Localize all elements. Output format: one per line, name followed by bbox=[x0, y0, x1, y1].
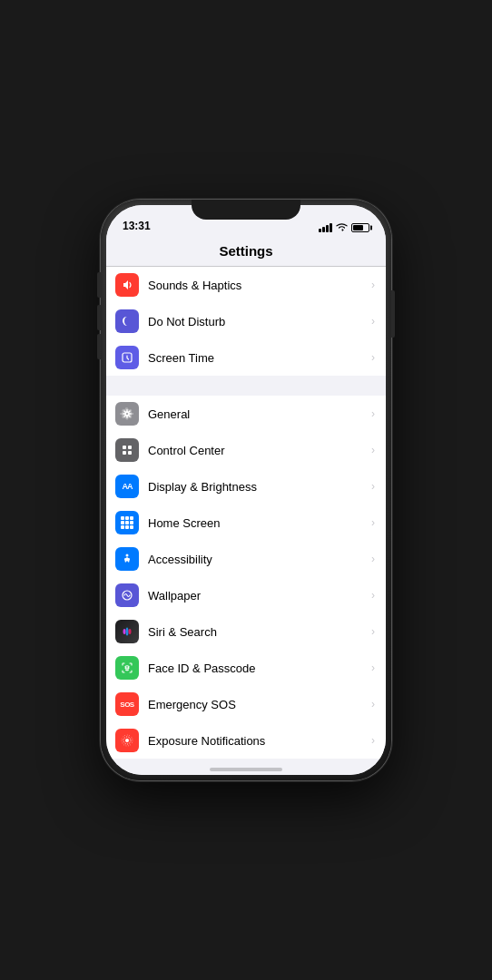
siri-icon bbox=[115, 620, 139, 643]
homescreen-label: Home Screen bbox=[148, 516, 368, 530]
settings-item-wallpaper[interactable]: Wallpaper › bbox=[106, 577, 386, 613]
settings-list-main: General › Control bbox=[106, 396, 386, 759]
accessibility-chevron: › bbox=[371, 553, 375, 565]
settings-scroll-area[interactable]: Sounds & Haptics › Do Not Disturb › bbox=[106, 267, 386, 759]
battery-status-icon bbox=[351, 223, 369, 232]
svg-rect-11 bbox=[128, 446, 132, 449]
wallpaper-icon bbox=[115, 583, 139, 607]
exposure-label: Exposure Notifications bbox=[148, 734, 368, 748]
signal-icon bbox=[319, 223, 332, 232]
screentime-label: Screen Time bbox=[148, 351, 368, 365]
settings-group-main: General › Control bbox=[106, 396, 386, 759]
accessibility-icon bbox=[115, 547, 139, 571]
svg-point-19 bbox=[129, 629, 132, 634]
settings-item-control[interactable]: Control Center › bbox=[106, 432, 386, 468]
wifi-icon bbox=[336, 223, 348, 232]
screentime-icon bbox=[115, 346, 139, 369]
homescreen-grid-icon bbox=[121, 516, 133, 529]
navigation-bar: Settings bbox=[106, 236, 386, 267]
sos-icon-text: SOS bbox=[120, 701, 133, 709]
homescreen-chevron: › bbox=[371, 516, 375, 529]
settings-item-faceid[interactable]: Face ID & Passcode › bbox=[106, 650, 386, 686]
dnd-chevron: › bbox=[371, 315, 375, 328]
general-chevron: › bbox=[371, 407, 375, 420]
status-time: 13:31 bbox=[123, 220, 151, 232]
settings-item-general[interactable]: General › bbox=[106, 396, 386, 432]
dnd-icon bbox=[115, 309, 139, 333]
settings-item-siri[interactable]: Siri & Search › bbox=[106, 613, 386, 650]
siri-chevron: › bbox=[371, 625, 375, 638]
settings-item-dnd[interactable]: Do Not Disturb › bbox=[106, 303, 386, 339]
home-bar bbox=[210, 768, 282, 771]
svg-rect-12 bbox=[123, 451, 126, 455]
settings-item-homescreen[interactable]: Home Screen › bbox=[106, 505, 386, 541]
svg-rect-13 bbox=[128, 451, 132, 455]
status-icons bbox=[319, 223, 369, 232]
svg-point-21 bbox=[128, 668, 129, 669]
settings-item-sos[interactable]: SOS Emergency SOS › bbox=[106, 686, 386, 722]
sos-icon: SOS bbox=[115, 692, 139, 716]
settings-item-accessibility[interactable]: Accessibility › bbox=[106, 541, 386, 577]
faceid-icon bbox=[115, 656, 139, 680]
display-icon: AA bbox=[115, 475, 139, 498]
svg-point-20 bbox=[125, 668, 126, 669]
dnd-label: Do Not Disturb bbox=[148, 315, 368, 328]
notch bbox=[192, 200, 300, 220]
sounds-label: Sounds & Haptics bbox=[148, 279, 368, 292]
faceid-chevron: › bbox=[371, 662, 375, 674]
wallpaper-chevron: › bbox=[371, 589, 375, 602]
screentime-chevron: › bbox=[371, 351, 375, 364]
faceid-label: Face ID & Passcode bbox=[148, 662, 368, 675]
sounds-chevron: › bbox=[371, 279, 375, 291]
settings-item-sounds[interactable]: Sounds & Haptics › bbox=[106, 267, 386, 303]
settings-list-top: Sounds & Haptics › Do Not Disturb › bbox=[106, 267, 386, 376]
home-indicator[interactable] bbox=[106, 759, 386, 775]
svg-rect-10 bbox=[123, 446, 126, 449]
general-label: General bbox=[148, 407, 368, 421]
display-icon-text: AA bbox=[123, 482, 133, 491]
phone-screen: 13:31 Settings bbox=[106, 205, 386, 775]
exposure-icon bbox=[115, 729, 139, 752]
sounds-icon bbox=[115, 273, 139, 297]
group-spacer-1 bbox=[106, 376, 386, 396]
page-title: Settings bbox=[219, 243, 272, 259]
settings-item-exposure[interactable]: Exposure Notifications › bbox=[106, 722, 386, 759]
settings-item-screentime[interactable]: Screen Time › bbox=[106, 339, 386, 376]
svg-point-23 bbox=[125, 739, 129, 742]
control-icon bbox=[115, 438, 139, 462]
phone-frame: 13:31 Settings bbox=[101, 200, 391, 780]
control-label: Control Center bbox=[148, 444, 368, 457]
settings-item-display[interactable]: AA Display & Brightness › bbox=[106, 468, 386, 505]
exposure-chevron: › bbox=[371, 734, 375, 747]
homescreen-icon bbox=[115, 511, 139, 534]
display-label: Display & Brightness bbox=[148, 480, 368, 494]
sos-chevron: › bbox=[371, 698, 375, 710]
accessibility-label: Accessibility bbox=[148, 553, 368, 566]
siri-label: Siri & Search bbox=[148, 625, 368, 639]
sos-label: Emergency SOS bbox=[148, 698, 368, 711]
settings-group-top: Sounds & Haptics › Do Not Disturb › bbox=[106, 267, 386, 376]
control-chevron: › bbox=[371, 444, 375, 456]
svg-point-17 bbox=[123, 629, 126, 634]
svg-point-14 bbox=[126, 554, 129, 557]
wallpaper-label: Wallpaper bbox=[148, 589, 368, 603]
display-chevron: › bbox=[371, 480, 375, 493]
general-icon bbox=[115, 402, 139, 426]
svg-point-18 bbox=[126, 628, 129, 636]
